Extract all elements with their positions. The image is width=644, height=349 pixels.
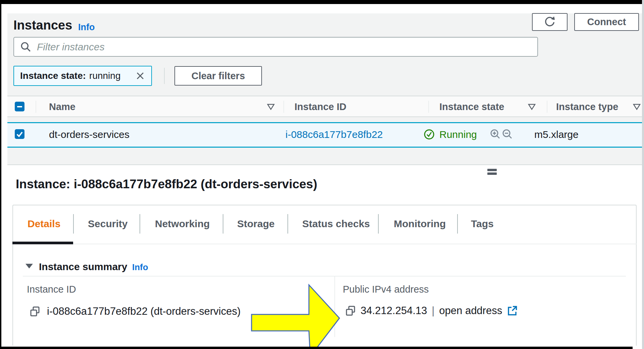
frame-right (642, 0, 644, 349)
frame-top (0, 0, 644, 4)
frame-left (0, 0, 1, 349)
annotation-arrow (0, 0, 644, 349)
frame-bottom (0, 347, 633, 349)
screenshot-root: Instances Info Connect Instance state: r… (0, 0, 644, 349)
